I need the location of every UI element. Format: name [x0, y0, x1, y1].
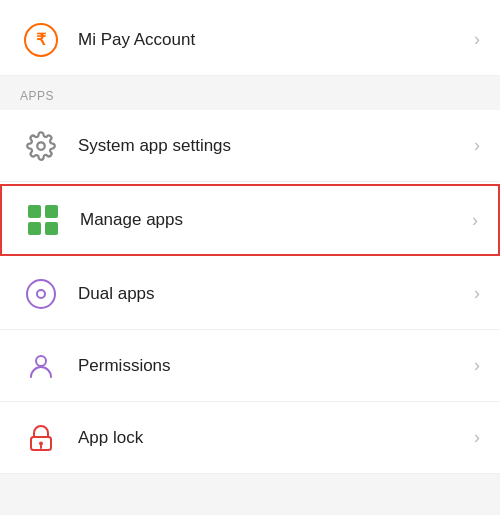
- permissions-label: Permissions: [78, 356, 466, 376]
- permissions-item[interactable]: Permissions ›: [0, 330, 500, 402]
- dual-apps-icon: [20, 273, 62, 315]
- rupee-icon: ₹: [20, 19, 62, 61]
- mi-pay-account-label: Mi Pay Account: [78, 30, 466, 50]
- mi-pay-chevron-icon: ›: [474, 29, 480, 50]
- permissions-chevron: ›: [474, 355, 480, 376]
- apps-section-divider: APPS: [0, 76, 500, 110]
- system-app-settings-label: System app settings: [78, 136, 466, 156]
- apps-section-label: APPS: [20, 89, 54, 103]
- system-app-settings-item[interactable]: System app settings ›: [0, 110, 500, 182]
- dual-apps-circle-icon: [26, 279, 56, 309]
- permissions-icon: [20, 345, 62, 387]
- mi-pay-account-item[interactable]: ₹ Mi Pay Account ›: [0, 4, 500, 76]
- system-app-settings-chevron: ›: [474, 135, 480, 156]
- app-lock-chevron: ›: [474, 427, 480, 448]
- manage-apps-item[interactable]: Manage apps ›: [0, 184, 500, 256]
- dual-apps-item[interactable]: Dual apps ›: [0, 258, 500, 330]
- svg-point-0: [37, 142, 45, 150]
- app-lock-label: App lock: [78, 428, 466, 448]
- manage-apps-grid-icon: [28, 205, 58, 235]
- mipay-circle-icon: ₹: [24, 23, 58, 57]
- dual-apps-label: Dual apps: [78, 284, 466, 304]
- manage-apps-label: Manage apps: [80, 210, 464, 230]
- manage-apps-chevron: ›: [472, 210, 478, 231]
- grid-icon: [22, 199, 64, 241]
- apps-list: System app settings › Manage apps › Dual…: [0, 110, 500, 474]
- applock-icon: [20, 417, 62, 459]
- svg-point-1: [36, 356, 46, 366]
- gear-icon: [20, 125, 62, 167]
- dual-apps-chevron: ›: [474, 283, 480, 304]
- app-lock-item[interactable]: App lock ›: [0, 402, 500, 474]
